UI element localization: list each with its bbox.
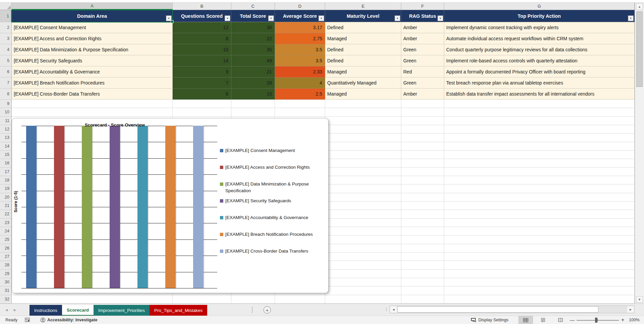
cell-total[interactable]: 49: [231, 55, 275, 66]
empty-cell[interactable]: [401, 270, 444, 278]
column-header-D[interactable]: D: [275, 3, 325, 10]
page-break-preview-button[interactable]: [553, 316, 568, 324]
empty-cell[interactable]: [444, 278, 635, 286]
empty-cell[interactable]: [325, 235, 401, 244]
cell-maturity[interactable]: Quantitatively Managed: [325, 77, 401, 89]
empty-cell[interactable]: [401, 227, 444, 235]
cell-average[interactable]: 2.33: [275, 66, 325, 77]
cell-action[interactable]: Implement role-based access controls wit…: [444, 55, 635, 66]
filter-dropdown-button[interactable]: ▼: [628, 15, 634, 21]
empty-cell[interactable]: [444, 219, 635, 227]
empty-cell[interactable]: [401, 184, 444, 193]
cell-maturity[interactable]: Defined: [325, 22, 401, 33]
empty-cell[interactable]: [401, 108, 444, 116]
filter-dropdown-button[interactable]: ▼: [225, 15, 230, 21]
cell-rag[interactable]: Amber: [401, 33, 444, 44]
empty-cell[interactable]: [444, 117, 635, 125]
header-cell-5[interactable]: Maturity Level▼: [325, 10, 401, 22]
cell-maturity[interactable]: Managed: [325, 66, 401, 77]
row-header-12[interactable]: 12: [0, 125, 12, 133]
empty-cell[interactable]: [401, 100, 444, 108]
row-header-27[interactable]: 27: [0, 253, 12, 261]
header-cell-3[interactable]: Total Score▼: [231, 10, 275, 22]
empty-cell[interactable]: [325, 117, 401, 125]
sheet-tab-instructions[interactable]: Instructions: [30, 305, 62, 316]
empty-cell[interactable]: [325, 159, 401, 167]
empty-cell[interactable]: [444, 227, 635, 235]
scroll-up-icon[interactable]: ▲: [636, 3, 643, 10]
filter-dropdown-button[interactable]: ▼: [268, 15, 274, 21]
cell-domain[interactable]: [EXAMPLE] Breach Notification Procedures: [12, 77, 173, 89]
empty-cell[interactable]: [401, 176, 444, 184]
cell-maturity[interactable]: Defined: [325, 55, 401, 66]
empty-cell[interactable]: [401, 117, 444, 125]
filter-dropdown-button[interactable]: ▼: [395, 15, 400, 21]
zoom-level-button[interactable]: 100%: [629, 316, 640, 324]
cell-average[interactable]: 4: [275, 77, 325, 89]
cell-total[interactable]: 22: [231, 33, 275, 44]
cell-questions[interactable]: 9: [173, 66, 231, 77]
scroll-right-icon[interactable]: ►: [627, 306, 634, 313]
row-header-2[interactable]: 2: [0, 22, 12, 33]
cell-rag[interactable]: Amber: [401, 89, 444, 100]
empty-cell[interactable]: [325, 184, 401, 193]
empty-cell[interactable]: [325, 219, 401, 227]
row-header-28[interactable]: 28: [0, 261, 12, 269]
row-header-26[interactable]: 26: [0, 244, 12, 253]
empty-cell[interactable]: [275, 295, 325, 304]
empty-cell[interactable]: [231, 108, 275, 116]
empty-cell[interactable]: [231, 100, 275, 108]
empty-cell[interactable]: [444, 193, 635, 202]
column-header-E[interactable]: E: [325, 3, 401, 10]
row-header-15[interactable]: 15: [0, 151, 12, 159]
cell-rag[interactable]: Amber: [401, 22, 444, 33]
empty-cell[interactable]: [444, 295, 635, 304]
row-header-31[interactable]: 31: [0, 286, 12, 295]
empty-cell[interactable]: [325, 125, 401, 133]
cell-domain[interactable]: [EXAMPLE] Accountability & Governance: [12, 66, 173, 77]
header-cell-4[interactable]: Average Score▼: [275, 10, 325, 22]
empty-cell[interactable]: [444, 286, 635, 295]
header-cell-6[interactable]: RAG Status▼: [401, 10, 444, 22]
filter-dropdown-button[interactable]: ▼: [318, 15, 324, 21]
empty-cell[interactable]: [325, 133, 401, 142]
empty-cell[interactable]: [325, 108, 401, 116]
cell-action[interactable]: Appoint a formally documented Privacy Of…: [444, 66, 635, 77]
cell-average[interactable]: 3.5: [275, 55, 325, 66]
empty-cell[interactable]: [325, 202, 401, 210]
empty-cell[interactable]: [444, 125, 635, 133]
empty-cell[interactable]: [444, 270, 635, 278]
column-header-F[interactable]: F: [401, 3, 444, 10]
empty-cell[interactable]: [444, 184, 635, 193]
cell-total[interactable]: 38: [231, 22, 275, 33]
cell-questions[interactable]: 6: [173, 89, 231, 100]
empty-cell[interactable]: [444, 253, 635, 261]
empty-cell[interactable]: [444, 235, 635, 244]
column-header-C[interactable]: C: [231, 3, 275, 10]
empty-cell[interactable]: [275, 100, 325, 108]
cell-total[interactable]: 21: [231, 66, 275, 77]
empty-cell[interactable]: [12, 108, 173, 116]
empty-cell[interactable]: [401, 278, 444, 286]
empty-cell[interactable]: [401, 210, 444, 218]
empty-cell[interactable]: [325, 151, 401, 159]
more-tabs-icon[interactable]: ⋮: [384, 307, 389, 312]
empty-cell[interactable]: [401, 133, 444, 142]
row-header-24[interactable]: 24: [0, 227, 12, 235]
empty-cell[interactable]: [325, 142, 401, 151]
cell-questions[interactable]: 10: [173, 44, 231, 55]
empty-cell[interactable]: [401, 295, 444, 304]
empty-cell[interactable]: [325, 168, 401, 176]
empty-cell[interactable]: [325, 295, 401, 304]
normal-view-button[interactable]: [518, 316, 533, 324]
row-header-8[interactable]: 8: [0, 89, 12, 100]
cell-domain[interactable]: [EXAMPLE] Security Safeguards: [12, 55, 173, 66]
empty-cell[interactable]: [444, 159, 635, 167]
add-sheet-button[interactable]: +: [264, 306, 271, 314]
cell-total[interactable]: 15: [231, 89, 275, 100]
empty-cell[interactable]: [325, 278, 401, 286]
empty-cell[interactable]: [444, 142, 635, 151]
empty-cell[interactable]: [444, 100, 635, 108]
empty-cell[interactable]: [401, 244, 444, 253]
row-header-29[interactable]: 29: [0, 270, 12, 278]
